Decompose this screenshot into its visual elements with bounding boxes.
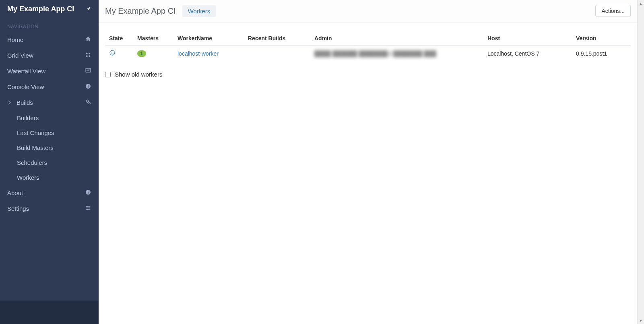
grid-icon	[85, 52, 91, 59]
app-title: My Example App CI	[7, 5, 74, 13]
workers-table: State Masters WorkerName Recent Builds A…	[105, 32, 631, 61]
col-workername[interactable]: WorkerName	[173, 32, 244, 45]
sidebar-item-label: Builders	[17, 114, 39, 121]
scroll-up-arrow-icon[interactable]: ▲	[638, 0, 644, 7]
sidebar-item-settings[interactable]: Settings	[0, 201, 99, 216]
cell-workername: localhost-worker	[173, 45, 244, 61]
svg-point-0	[86, 53, 88, 54]
svg-point-14	[89, 208, 90, 209]
svg-rect-11	[88, 192, 88, 194]
scroll-down-arrow-icon[interactable]: ▼	[638, 317, 644, 324]
admin-redacted: ████ ██████ ███████@███████.███	[314, 50, 436, 57]
sidebar-item-label: Workers	[17, 174, 39, 181]
sidebar-item-label: Console View	[7, 83, 44, 90]
table-header-row: State Masters WorkerName Recent Builds A…	[105, 32, 631, 45]
sidebar-item-label: Settings	[7, 205, 29, 212]
sidebar-item-label: Home	[7, 36, 23, 43]
sidebar-item-console-view[interactable]: Console View	[0, 79, 99, 95]
svg-point-3	[89, 55, 90, 57]
sidebar-item-builds[interactable]: Builds	[0, 95, 99, 110]
sidebar-item-label: Grid View	[7, 52, 33, 59]
svg-point-16	[110, 50, 115, 55]
sliders-icon	[85, 205, 91, 212]
sidebar-builds-submenu: Builders Last Changes Build Masters Sche…	[0, 110, 99, 185]
sidebar-item-label: About	[7, 189, 23, 196]
alert-icon	[85, 83, 91, 91]
cell-masters: 1	[133, 45, 173, 61]
info-icon	[85, 189, 91, 197]
sidebar-item-label: Builds	[17, 99, 33, 106]
scroll-track[interactable]	[638, 7, 644, 317]
sidebar-header: My Example App CI	[0, 0, 99, 19]
sidebar: My Example App CI NAVIGATION Home Grid V…	[0, 0, 99, 324]
gears-icon	[85, 99, 91, 106]
svg-point-15	[87, 209, 88, 210]
smile-icon	[109, 51, 116, 57]
svg-point-13	[87, 206, 88, 207]
chart-icon	[85, 67, 91, 75]
svg-rect-12	[88, 191, 88, 191]
sidebar-item-label: Schedulers	[17, 159, 47, 166]
show-old-workers-row[interactable]: Show old workers	[105, 71, 631, 78]
topbar: My Example App CI Workers Actions...	[99, 0, 637, 23]
col-version[interactable]: Version	[572, 32, 631, 45]
show-old-workers-checkbox[interactable]	[105, 72, 111, 77]
sidebar-footer	[0, 301, 99, 324]
col-state[interactable]: State	[105, 32, 133, 45]
sidebar-item-home[interactable]: Home	[0, 32, 99, 48]
master-count-badge: 1	[137, 50, 146, 57]
cell-admin: ████ ██████ ███████@███████.███	[310, 45, 483, 61]
sidebar-item-label: Build Masters	[17, 144, 54, 151]
actions-button[interactable]: Actions...	[595, 5, 631, 17]
sidebar-item-workers[interactable]: Workers	[0, 170, 99, 185]
sidebar-item-builders[interactable]: Builders	[0, 110, 99, 125]
svg-rect-7	[88, 87, 88, 88]
show-old-workers-label: Show old workers	[115, 71, 162, 78]
sidebar-item-about[interactable]: About	[0, 185, 99, 201]
content: State Masters WorkerName Recent Builds A…	[99, 23, 637, 87]
page-title: My Example App CI	[105, 6, 176, 16]
home-icon	[85, 36, 91, 44]
svg-point-9	[89, 102, 90, 104]
sidebar-item-build-masters[interactable]: Build Masters	[0, 140, 99, 155]
table-row: 1 localhost-worker ████ ██████ ███████@█…	[105, 45, 631, 61]
chevron-right-icon	[7, 101, 11, 105]
tab-workers[interactable]: Workers	[182, 5, 216, 17]
svg-rect-6	[88, 85, 88, 87]
svg-point-18	[113, 52, 113, 52]
worker-name-link[interactable]: localhost-worker	[178, 50, 219, 57]
sidebar-item-label: Waterfall View	[7, 68, 45, 75]
sidebar-item-schedulers[interactable]: Schedulers	[0, 155, 99, 170]
cell-recentbuilds	[244, 45, 310, 61]
col-masters[interactable]: Masters	[133, 32, 173, 45]
nav-section-label: NAVIGATION	[0, 19, 99, 32]
page-scrollbar[interactable]: ▲ ▼	[637, 0, 644, 324]
sidebar-item-last-changes[interactable]: Last Changes	[0, 125, 99, 140]
sidebar-item-label: Last Changes	[17, 129, 54, 136]
main: My Example App CI Workers Actions... Sta…	[99, 0, 637, 324]
svg-point-8	[86, 100, 88, 102]
pin-icon[interactable]	[86, 5, 91, 13]
svg-point-1	[89, 53, 90, 54]
svg-point-17	[111, 52, 111, 52]
cell-host: Localhost, CentOS 7	[483, 45, 572, 61]
sidebar-item-waterfall-view[interactable]: Waterfall View	[0, 63, 99, 79]
col-recentbuilds[interactable]: Recent Builds	[244, 32, 310, 45]
sidebar-item-grid-view[interactable]: Grid View	[0, 48, 99, 63]
col-admin[interactable]: Admin	[310, 32, 483, 45]
col-host[interactable]: Host	[483, 32, 572, 45]
cell-state	[105, 45, 133, 61]
svg-point-2	[86, 55, 88, 57]
cell-version: 0.9.15.post1	[572, 45, 631, 61]
